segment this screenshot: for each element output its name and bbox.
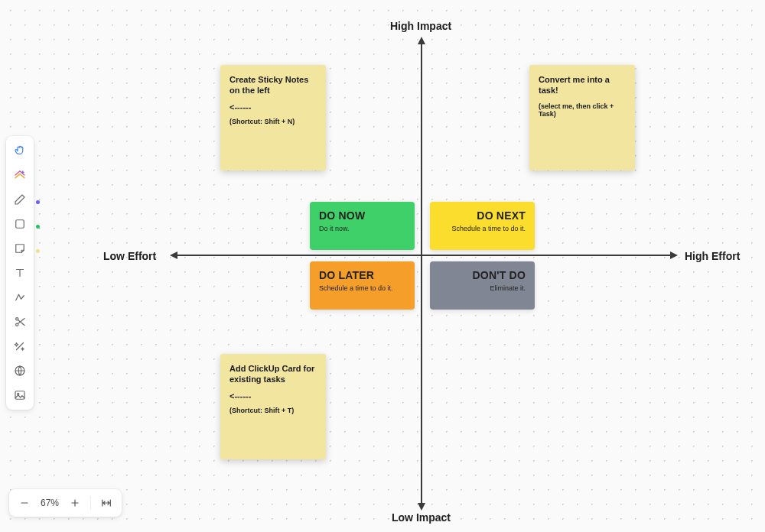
hand-icon	[13, 144, 27, 157]
sticky-note-icon	[13, 242, 27, 255]
quadrant-dont-do-title: DON'T DO	[439, 269, 526, 281]
fit-width-button[interactable]	[96, 492, 117, 514]
text-icon	[13, 266, 27, 280]
tool-image[interactable]	[8, 384, 31, 407]
tool-sticky[interactable]	[8, 237, 31, 260]
square-icon	[13, 217, 27, 231]
scissors-icon	[13, 315, 27, 329]
magic-wand-icon	[13, 339, 27, 353]
arrow-right-icon	[670, 251, 678, 259]
plus-icon	[69, 497, 81, 509]
zoom-in-button[interactable]	[64, 492, 86, 514]
tool-connector[interactable]	[8, 286, 31, 309]
svg-point-5	[18, 393, 19, 394]
quadrant-do-now-subtitle: Do it now.	[319, 225, 405, 232]
svg-rect-4	[15, 391, 24, 400]
sticky-addcard-meta: (Shortcut: Shift + T)	[230, 407, 317, 414]
left-toolbar	[6, 136, 34, 410]
home-plus-icon	[13, 168, 27, 182]
axis-label-bottom: Low Impact	[392, 511, 451, 524]
sticky-note-create[interactable]: Create Sticky Notes on the left <------ …	[220, 65, 326, 170]
sticky-create-title: Create Sticky Notes on the left	[230, 74, 317, 96]
sticky-addcard-arrow: <------	[230, 391, 317, 401]
tool-web[interactable]	[8, 359, 31, 382]
quadrant-do-now-title: DO NOW	[319, 209, 405, 222]
fit-width-icon	[100, 497, 112, 509]
arrow-up-icon	[418, 37, 425, 44]
quadrant-do-next-subtitle: Schedule a time to do it.	[439, 225, 526, 232]
tool-pen[interactable]	[8, 188, 31, 211]
axis-vertical-line	[421, 43, 422, 504]
quadrant-dont-do[interactable]: DON'T DO Eliminate it.	[430, 261, 535, 310]
tool-text[interactable]	[8, 261, 31, 284]
whiteboard-canvas[interactable]: High Impact Low Impact Low Effort High E…	[0, 0, 765, 532]
image-icon	[13, 388, 27, 402]
quadrant-dont-do-subtitle: Eliminate it.	[439, 284, 526, 292]
tool-shape[interactable]	[8, 212, 31, 235]
sticky-note-convert[interactable]: Convert me into a task! (select me, then…	[529, 65, 635, 170]
tool-magic[interactable]	[8, 335, 31, 358]
tool-scissors[interactable]	[8, 310, 31, 333]
axis-label-left: Low Effort	[103, 250, 156, 262]
quadrant-do-later[interactable]: DO LATER Schedule a time to do it.	[310, 261, 415, 310]
axis-horizontal-line	[176, 255, 672, 256]
swatch-pen	[36, 200, 40, 204]
sticky-note-addcard[interactable]: Add ClickUp Card for existing tasks <---…	[220, 354, 326, 459]
quadrant-do-next-title: DO NEXT	[439, 209, 526, 222]
zoom-out-button[interactable]	[14, 492, 35, 514]
globe-icon	[13, 364, 27, 378]
pen-icon	[13, 193, 27, 206]
sticky-convert-title: Convert me into a task!	[539, 74, 626, 96]
quadrant-do-next[interactable]: DO NEXT Schedule a time to do it.	[430, 202, 535, 250]
sticky-create-arrow: <------	[230, 102, 317, 112]
swatch-shape	[36, 225, 40, 229]
swatch-sticky	[36, 249, 40, 253]
minus-icon	[18, 497, 31, 509]
zoom-level[interactable]: 67%	[38, 498, 61, 508]
zoom-separator	[90, 496, 91, 510]
sticky-convert-meta: (select me, then click + Task)	[539, 102, 626, 118]
sticky-create-meta: (Shortcut: Shift + N)	[230, 118, 317, 125]
axis-label-right: High Effort	[685, 250, 740, 262]
sticky-addcard-title: Add ClickUp Card for existing tasks	[230, 363, 317, 385]
quadrant-do-later-subtitle: Schedule a time to do it.	[319, 284, 405, 292]
quadrant-do-later-title: DO LATER	[319, 269, 405, 281]
svg-rect-0	[16, 220, 24, 229]
zoom-bar: 67%	[9, 489, 122, 517]
tool-hand[interactable]	[8, 139, 31, 162]
arrow-down-icon	[418, 503, 425, 511]
arrow-left-icon	[170, 251, 177, 259]
connector-icon	[13, 290, 27, 304]
tool-home[interactable]	[8, 164, 31, 187]
quadrant-do-now[interactable]: DO NOW Do it now.	[310, 202, 415, 250]
axis-label-top: High Impact	[390, 20, 451, 32]
